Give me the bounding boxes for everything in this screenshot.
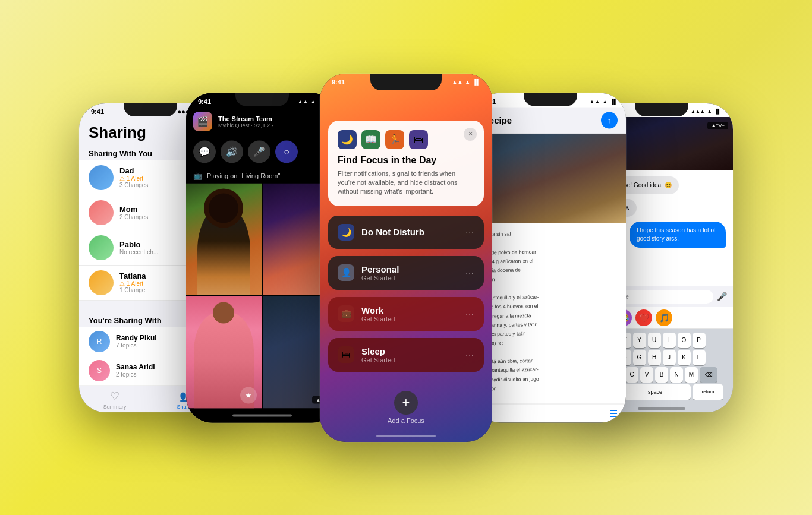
key-i[interactable]: I <box>663 333 676 348</box>
add-focus-button[interactable]: + <box>394 391 418 415</box>
key-h[interactable]: H <box>648 350 661 365</box>
time-center: 9:41 <box>332 78 345 86</box>
signal-right2-icon: ▲▲▲ <box>691 109 705 114</box>
key-m[interactable]: M <box>685 367 698 383</box>
moon-icon: 🌙 <box>338 224 354 241</box>
key-g[interactable]: G <box>633 350 646 365</box>
backspace-key[interactable]: ⌫ <box>700 367 717 383</box>
afro-hair <box>209 194 238 223</box>
star-button[interactable]: ★ <box>240 387 257 403</box>
moon-mode-icon: 🌙 <box>338 130 357 149</box>
key-j[interactable]: J <box>663 350 676 365</box>
key-o[interactable]: O <box>678 333 691 348</box>
focus-card-title: Find Focus in the Day <box>338 155 474 166</box>
dnd-left: 🌙 Do Not Disturb <box>338 224 424 241</box>
focus-icons-row: 🌙 📖 🏃 🛏 <box>338 130 474 149</box>
status-icons-right1: ▲▲ ▲ ▐▌ <box>589 98 618 104</box>
add-focus-area: + Add a Focus <box>320 391 492 424</box>
stream-info: The Stream Team Mythic Quest · S2, E2 › <box>218 115 323 128</box>
key-v[interactable]: V <box>640 367 653 383</box>
avatar-mom <box>89 200 114 225</box>
message-sent-1: I hope this season has a lot of good sto… <box>630 222 726 248</box>
personal-option[interactable]: 👤 Personal Get Started ··· <box>328 256 484 290</box>
cellular-center-icon: ▲▲ <box>452 79 462 85</box>
list-icon[interactable]: ☰ <box>609 407 618 419</box>
signal-right1-icon: ▲▲ <box>589 98 600 104</box>
wifi-right1-icon: ▲ <box>602 98 608 104</box>
notch-left1 <box>124 103 177 116</box>
phone-focus: 9:41 ▲▲ ▲ ▐▌ 🌙 📖 🏃 🛏 ✕ <box>320 74 492 442</box>
notch-right1 <box>524 93 577 106</box>
ft-cell-1 <box>186 183 262 295</box>
notes-share-button[interactable]: ↑ <box>601 112 618 128</box>
personal-more-icon[interactable]: ··· <box>465 268 474 277</box>
time-left1: 9:41 <box>91 108 104 115</box>
ft-cell-3: ★ <box>186 296 262 409</box>
work-more-icon[interactable]: ··· <box>465 309 474 318</box>
message-control[interactable]: 💬 <box>193 140 216 163</box>
sanaa-avatar: S <box>89 360 110 381</box>
dnd-more-icon[interactable]: ··· <box>465 228 474 237</box>
key-p[interactable]: P <box>693 333 706 348</box>
avatar-pablo <box>89 235 114 260</box>
battery-right2-icon: ▐▌ <box>715 109 721 114</box>
home-indicator <box>232 414 292 416</box>
key-c[interactable]: C <box>625 367 638 383</box>
person-1-silhouette <box>197 206 250 295</box>
run-mode-icon: 🏃 <box>385 130 404 149</box>
apple-tv-icon: 📺 <box>193 171 202 179</box>
notes-content: tegula sin sal ar rins de polvo de horne… <box>474 223 626 398</box>
facetime-controls: 💬 🔊 🎤 ○ <box>186 135 338 168</box>
return-key[interactable]: return <box>693 384 723 400</box>
avatar-dad <box>89 165 114 190</box>
stream-title: The Stream Team <box>218 115 323 122</box>
wifi-icon: ▲ <box>310 98 316 104</box>
mic-icon[interactable]: 🎤 <box>717 292 727 301</box>
key-k[interactable]: K <box>678 350 691 365</box>
key-n[interactable]: N <box>670 367 683 383</box>
shareplay-header: 🎬 The Stream Team Mythic Quest · S2, E2 … <box>186 107 338 135</box>
mic-control[interactable]: 🎤 <box>248 140 270 163</box>
notch-center <box>370 74 442 90</box>
key-l[interactable]: L <box>693 350 706 365</box>
battery-right1-icon: ▐▌ <box>610 98 618 104</box>
book-mode-icon: 📖 <box>361 130 380 149</box>
key-u[interactable]: U <box>648 333 661 348</box>
sleep-more-icon[interactable]: ··· <box>465 350 474 359</box>
notch-right2 <box>635 103 688 116</box>
home-indicator-area <box>320 430 492 442</box>
sleep-text: Sleep Get Started <box>361 346 395 364</box>
speaker-control[interactable]: 🔊 <box>221 140 243 163</box>
recipe-text: tegula sin sal ar rins de polvo de horne… <box>481 228 619 393</box>
work-left: 💼 Work Get Started <box>338 305 395 323</box>
do-not-disturb-option[interactable]: 🌙 Do Not Disturb ··· <box>328 216 484 249</box>
emoji-3[interactable]: ❤️ <box>635 309 652 326</box>
facetime-screen-container: 9:41 ▲▲ ▲ ▐▌ 🎬 The Stream Team Mythic Qu… <box>186 93 338 422</box>
close-icon[interactable]: ✕ <box>464 128 477 141</box>
emoji-4[interactable]: 🎵 <box>656 309 672 326</box>
key-b[interactable]: B <box>655 367 668 383</box>
battery-center-icon: ▐▌ <box>473 79 480 85</box>
phone-notes: 9:41 ▲▲ ▲ ▐▌ Recipe ↑ <box>474 93 626 422</box>
space-key[interactable]: space <box>619 384 691 400</box>
notch-left2 <box>235 93 289 106</box>
tab-summary[interactable]: ♡ Summary <box>79 390 150 410</box>
work-option[interactable]: 💼 Work Get Started ··· <box>328 297 484 331</box>
work-text: Work Get Started <box>361 305 395 323</box>
notes-screen-container: 9:41 ▲▲ ▲ ▐▌ Recipe ↑ <box>474 93 626 422</box>
phones-container: 9:41 ●●● ▲ ▐▌ Sharing Sharing With You D… <box>49 14 763 501</box>
sleep-option[interactable]: 🛏 Sleep Get Started ··· <box>328 338 484 372</box>
key-y[interactable]: Y <box>633 333 646 348</box>
focus-card: 🌙 📖 🏃 🛏 ✕ Find Focus in the Day Filter n… <box>328 121 484 206</box>
work-icon: 💼 <box>338 305 354 322</box>
summary-icon: ♡ <box>110 390 119 403</box>
person-3-head <box>213 302 234 324</box>
notes-spacer <box>474 398 626 403</box>
personal-left: 👤 Personal Get Started <box>338 264 399 282</box>
recipe-image <box>474 134 626 223</box>
add-focus-label: Add a Focus <box>388 417 424 424</box>
more-control[interactable]: ○ <box>275 140 298 163</box>
person-icon: 👤 <box>338 264 354 281</box>
personal-text: Personal Get Started <box>361 264 399 282</box>
focus-screen-container: 9:41 ▲▲ ▲ ▐▌ 🌙 📖 🏃 🛏 ✕ <box>320 74 492 442</box>
